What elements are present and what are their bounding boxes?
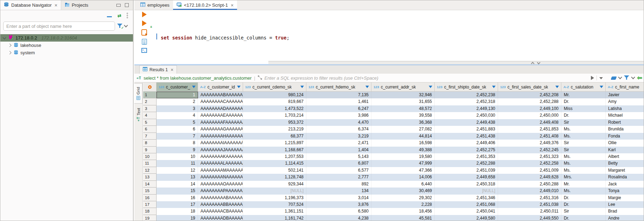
- grid-cell[interactable]: 32,946: [371, 92, 435, 98]
- grid-cell[interactable]: 12: [157, 167, 198, 174]
- column-header-c_first_shipto_date_sk[interactable]: 123c_first_shipto_date_sk: [435, 82, 498, 92]
- row-header[interactable]: 8: [143, 140, 157, 146]
- expander-closed-icon[interactable]: [8, 51, 11, 55]
- grid-cell[interactable]: 30,469: [371, 188, 435, 194]
- grid-cell[interactable]: 7: [157, 133, 198, 140]
- grid-cell[interactable]: Albert: [606, 153, 644, 160]
- grid-cell[interactable]: Robert: [606, 119, 644, 126]
- grid-cell[interactable]: 3,876: [306, 201, 371, 208]
- grid-cell[interactable]: 1,168,667: [243, 147, 306, 153]
- grid-cell[interactable]: 2: [157, 98, 198, 105]
- grid-cell[interactable]: 6,577: [306, 167, 371, 174]
- grid-cell[interactable]: 16,598: [371, 140, 435, 146]
- grid-cell[interactable]: 953,372: [243, 119, 306, 126]
- chevron-down-icon[interactable]: [631, 75, 635, 79]
- grid-cell[interactable]: 2,449,658: [435, 174, 498, 180]
- grid-cell[interactable]: 48,572: [371, 105, 435, 112]
- grid-cell[interactable]: [NULL]: [243, 188, 306, 194]
- maximize-icon[interactable]: [125, 3, 129, 7]
- grid-cell[interactable]: 502,141: [243, 167, 306, 174]
- grid-cell[interactable]: 6,374: [306, 126, 371, 133]
- grid-cell[interactable]: 2,451,853: [498, 126, 561, 133]
- grid-cell[interactable]: 15: [157, 188, 198, 194]
- grid-cell[interactable]: Dr.: [561, 195, 606, 201]
- grid-cell[interactable]: 6,440: [371, 181, 435, 188]
- tab-script-1[interactable]: <172.18.0.2> Script-1 ×: [173, 0, 237, 10]
- grid-cell[interactable]: 18,456: [371, 208, 435, 215]
- grid-cell[interactable]: 11: [157, 160, 198, 167]
- grid-cell[interactable]: 2,449,130: [435, 105, 498, 112]
- sort-dropdown-icon[interactable]: [300, 86, 304, 88]
- grid-cell[interactable]: 13: [157, 174, 198, 180]
- grid-cell[interactable]: Brad: [606, 208, 644, 215]
- grid-cell[interactable]: 2,450,288: [498, 181, 561, 188]
- grid-cell[interactable]: 2,449,408: [498, 119, 561, 126]
- grid-cell[interactable]: Mr.: [561, 92, 606, 98]
- grid-cell[interactable]: 16: [157, 195, 198, 201]
- row-header[interactable]: 11: [143, 160, 157, 167]
- grid-cell[interactable]: AAAAAAAACBAAAAAA: [198, 208, 243, 215]
- chevron-down-icon[interactable]: [124, 23, 128, 27]
- grid-cell[interactable]: Fonda: [606, 133, 644, 140]
- column-header-c_customer_id[interactable]: A-Zc_customer_id: [198, 82, 243, 92]
- grid-cell[interactable]: AAAAAAAAGAAAAAAA: [198, 126, 243, 133]
- filter-funnel-icon[interactable]: ✓: [117, 24, 122, 29]
- grid-cell[interactable]: 2,449,438: [435, 119, 498, 126]
- column-header-c_salutation[interactable]: A-Zc_salutation: [561, 82, 606, 92]
- grid-cell[interactable]: 2,451,408: [498, 133, 561, 140]
- grid-cell[interactable]: Dr.: [561, 215, 606, 221]
- row-header[interactable]: 13: [143, 174, 157, 180]
- grid-cell[interactable]: Sir: [561, 208, 606, 215]
- grid-cell[interactable]: AAAAAAAADBAAAAAA: [198, 215, 243, 221]
- grid-cell[interactable]: Dr.: [561, 112, 606, 119]
- grid-cell[interactable]: 17: [157, 201, 198, 208]
- row-header[interactable]: 4: [143, 112, 157, 119]
- row-header[interactable]: 16: [143, 195, 157, 201]
- row-header[interactable]: 9: [143, 147, 157, 153]
- grid-cell[interactable]: AAAAAAAANAAAAAAA: [198, 174, 243, 180]
- grid-cell[interactable]: 8: [157, 140, 198, 146]
- grid-cell[interactable]: 2,451,353: [435, 153, 498, 160]
- grid-cell[interactable]: 819,667: [243, 98, 306, 105]
- grid-cell[interactable]: 1,128,748: [243, 174, 306, 180]
- grid-cell[interactable]: 1,114,415: [243, 160, 306, 167]
- grid-cell[interactable]: 4,238: [306, 215, 371, 221]
- expander-closed-icon[interactable]: [8, 44, 11, 47]
- grid-cell[interactable]: AAAAAAAALAAAAAAA: [198, 160, 243, 167]
- sql-terminal-icon[interactable]: >_: [141, 48, 147, 53]
- minimize-icon[interactable]: [116, 4, 121, 7]
- grid-cell[interactable]: 929,344: [243, 181, 306, 188]
- execute-script-icon[interactable]: [141, 29, 147, 36]
- grid-cell[interactable]: Ollie: [606, 140, 644, 146]
- column-header-c_customer_sk[interactable]: 123c_customer_sk: [157, 82, 198, 92]
- tab-text-presentation[interactable]: «TText: [134, 104, 142, 125]
- grid-cell[interactable]: 1,473,522: [243, 105, 306, 112]
- grid-cell[interactable]: Ms.: [561, 133, 606, 140]
- grid-cell[interactable]: Ms.: [561, 188, 606, 194]
- grid-cell[interactable]: 10: [157, 153, 198, 160]
- grid-cell[interactable]: 19: [157, 215, 198, 221]
- grid-cell[interactable]: Margie: [606, 195, 644, 201]
- grid-cell[interactable]: Ms.: [561, 160, 606, 167]
- grid-cell[interactable]: Brunilda: [606, 126, 644, 133]
- grid-cell[interactable]: AAAAAAAAPAAAAAAA: [198, 188, 243, 194]
- grid-cell[interactable]: 2,452,318: [435, 98, 498, 105]
- row-header[interactable]: 5: [143, 119, 157, 126]
- grid-cell[interactable]: Tonya: [606, 188, 644, 194]
- apply-filter-icon[interactable]: [591, 76, 594, 80]
- grid-cell[interactable]: 31,655: [371, 98, 435, 105]
- column-header-c_current_addr_sk[interactable]: 123c_current_addr_sk: [371, 82, 435, 92]
- row-header[interactable]: 19: [143, 215, 157, 221]
- close-icon[interactable]: ×: [171, 67, 173, 73]
- sql-editor[interactable]: + >_ set session hide_inaccessible_colum…: [134, 10, 644, 61]
- row-header[interactable]: 6: [143, 126, 157, 133]
- column-header-c_current_hdemo_sk[interactable]: 123c_current_hdemo_sk: [306, 82, 371, 92]
- grid-cell[interactable]: 213,219: [243, 126, 306, 133]
- grid-funnel-icon[interactable]: [624, 75, 629, 80]
- grid-cell[interactable]: 2,452,275: [435, 147, 498, 153]
- grid-cell[interactable]: 2,449,376: [498, 140, 561, 146]
- results-grid[interactable]: 123c_customer_skA-Zc_customer_id123c_cur…: [143, 82, 644, 221]
- grid-cell[interactable]: 2,449,550: [498, 215, 561, 221]
- sort-dropdown-icon[interactable]: [555, 86, 559, 88]
- grid-cell[interactable]: AAAAAAAAABAAAAAA: [198, 195, 243, 201]
